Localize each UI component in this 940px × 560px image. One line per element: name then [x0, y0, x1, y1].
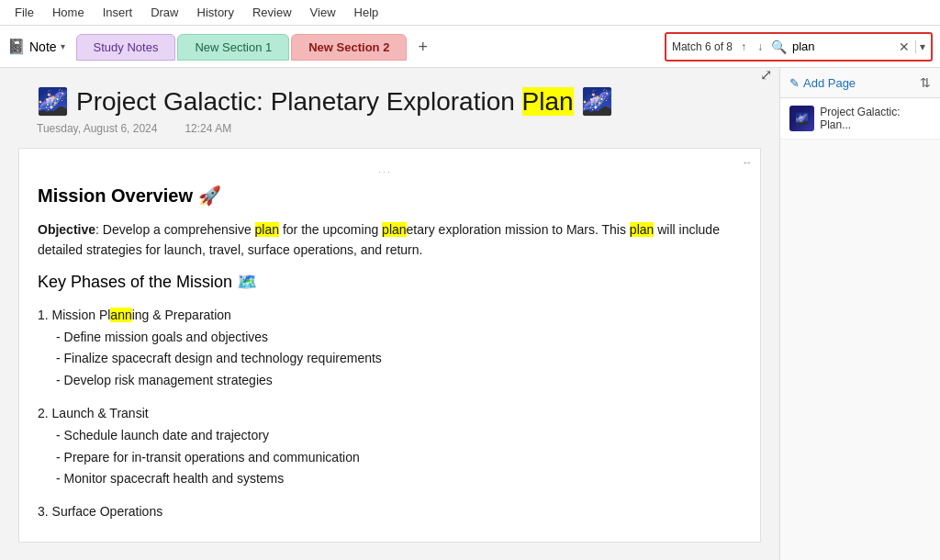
tab-new-section-1[interactable]: New Section 1: [177, 34, 289, 61]
tab-new-section-2[interactable]: New Section 2: [291, 34, 407, 61]
menu-insert[interactable]: Insert: [95, 4, 140, 21]
highlight-plan-phase1: ann: [110, 308, 131, 322]
phase-2-sub-2: - Prepare for in-transit operations and …: [38, 447, 733, 469]
page-item-galactic[interactable]: 🌌 Project Galactic: Plan...: [780, 98, 940, 140]
add-page-label: Add Page: [803, 76, 856, 90]
match-info: Match 6 of 8: [672, 40, 733, 53]
menu-home[interactable]: Home: [45, 4, 92, 21]
page-thumbnail: 🌌: [789, 106, 814, 131]
note-dropdown-arrow[interactable]: ▾: [61, 41, 65, 51]
page-meta: Tuesday, August 6, 2024 12:24 AM: [37, 122, 752, 135]
toolbar: 📓 Note ▾ Study Notes New Section 1 New S…: [0, 26, 940, 68]
search-icon: 🔍: [771, 39, 787, 54]
search-next-button[interactable]: ↓: [755, 39, 766, 54]
add-page-button[interactable]: ✎ Add Page: [789, 76, 856, 90]
main-layout: ⤢ 🌌 Project Galactic: Planetary Explorat…: [0, 68, 940, 560]
search-prev-button[interactable]: ↑: [738, 39, 749, 54]
phase-3: 3. Surface Operations: [38, 501, 733, 523]
objective-label: Objective: [38, 222, 95, 237]
phase-2-sub-1: - Schedule launch date and trajectory: [38, 425, 733, 447]
right-panel: ✎ Add Page ⇅ 🌌 Project Galactic: Plan...: [779, 68, 940, 560]
menu-view[interactable]: View: [303, 4, 343, 21]
menu-review[interactable]: Review: [245, 4, 299, 21]
search-close-button[interactable]: ✕: [899, 39, 910, 54]
content-area: ⤢ 🌌 Project Galactic: Planetary Explorat…: [0, 68, 779, 560]
phases-list: 1. Mission Planning & Preparation - Defi…: [38, 305, 733, 523]
title-galaxy-icon-left: 🌌: [37, 86, 69, 117]
note-body: ··· ↔ Mission Overview 🚀 Objective: Deve…: [18, 148, 761, 543]
phase-2-sub-3: - Monitor spacecraft health and systems: [38, 468, 733, 490]
menu-bar: File Home Insert Draw History Review Vie…: [0, 0, 940, 26]
mission-title: Mission Overview 🚀: [38, 185, 733, 207]
tab-add-button[interactable]: +: [408, 34, 437, 61]
highlight-plan-2: plan: [382, 222, 406, 237]
phase-1-sub-3: - Develop risk management strategies: [38, 370, 733, 392]
menu-help[interactable]: Help: [347, 4, 386, 21]
phase-1: 1. Mission Planning & Preparation: [38, 305, 733, 327]
page-title: Project Galactic: Planetary Exploration …: [76, 87, 574, 117]
menu-history[interactable]: History: [190, 4, 241, 21]
phase-2: 2. Launch & Transit: [38, 403, 733, 425]
page-header: ⤢ 🌌 Project Galactic: Planetary Explorat…: [0, 68, 779, 144]
resize-handle[interactable]: ↔: [742, 156, 753, 169]
page-title-row: 🌌 Project Galactic: Planetary Exploratio…: [37, 86, 752, 117]
right-panel-header: ✎ Add Page ⇅: [780, 68, 940, 98]
highlight-plan-1: plan: [255, 222, 279, 237]
menu-draw[interactable]: Draw: [143, 4, 185, 21]
add-page-icon: ✎: [789, 76, 800, 90]
expand-button[interactable]: ⤢: [760, 68, 772, 84]
phase-1-sub-2: - Finalize spacecraft design and technol…: [38, 348, 733, 370]
phase-1-sub-1: - Define mission goals and objectives: [38, 327, 733, 349]
page-time: 12:24 AM: [185, 122, 231, 135]
search-input[interactable]: [792, 39, 893, 53]
search-area: Match 6 of 8 ↑ ↓ 🔍 ✕ ▾: [665, 32, 933, 62]
note-icon: 📓: [7, 38, 26, 55]
tab-study-notes[interactable]: Study Notes: [76, 34, 176, 61]
tabs-container: Study Notes New Section 1 New Section 2 …: [76, 33, 661, 60]
drag-handle: ···: [38, 167, 733, 177]
page-item-label: Project Galactic: Plan...: [820, 106, 931, 131]
objective-paragraph: Objective: Develop a comprehensive plan …: [38, 219, 733, 261]
menu-file[interactable]: File: [7, 4, 41, 21]
note-label: Note: [29, 39, 57, 54]
sort-button[interactable]: ⇅: [920, 75, 931, 90]
key-phases-title: Key Phases of the Mission 🗺️: [38, 272, 733, 292]
search-dropdown-button[interactable]: ▾: [915, 40, 925, 53]
note-title-area[interactable]: 📓 Note ▾: [7, 38, 65, 55]
page-date: Tuesday, August 6, 2024: [37, 122, 157, 135]
title-highlight-plan: Plan: [522, 87, 574, 116]
highlight-plan-3: plan: [630, 222, 654, 237]
title-galaxy-icon-right: 🌌: [581, 86, 613, 117]
